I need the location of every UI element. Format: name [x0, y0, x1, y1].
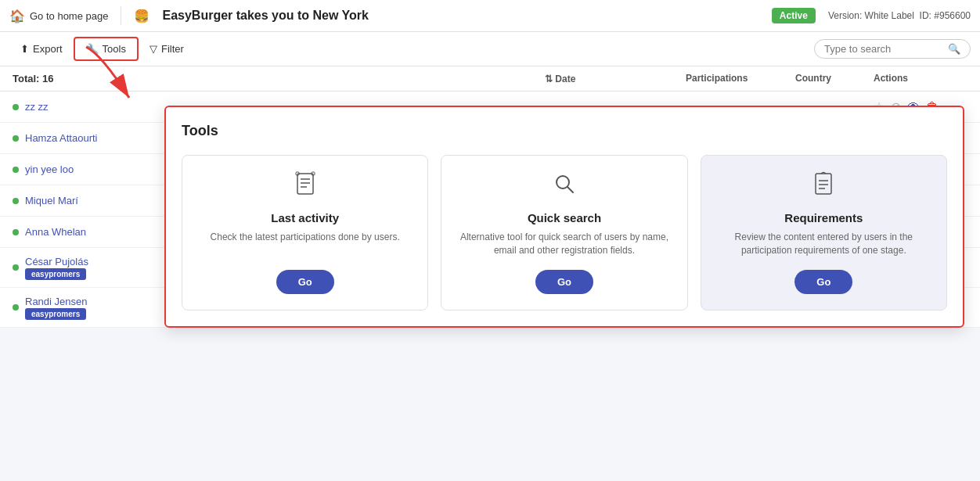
tools-modal: Tools Last activity Check the latest par…	[164, 106, 964, 328]
last-activity-go-button[interactable]: Go	[276, 270, 334, 294]
tag-easypromers: easypromers	[25, 268, 86, 280]
col-date: ⇅ Date	[545, 73, 686, 84]
status-dot	[13, 167, 19, 173]
toolbar: ⬆ Export 🔧 Tools ▽ Filter 🔍	[0, 32, 980, 66]
export-icon: ⬆	[20, 43, 29, 55]
requirements-desc: Review the content entered by users in t…	[714, 231, 934, 257]
home-icon: 🏠	[9, 9, 25, 23]
export-label: Export	[33, 43, 63, 55]
tag-easypromers: easypromers	[25, 308, 86, 320]
status-dot	[13, 104, 19, 110]
status-dot	[13, 264, 19, 271]
home-link[interactable]: 🏠 Go to home page	[9, 9, 108, 23]
requirements-icon	[811, 171, 836, 202]
last-activity-icon	[293, 171, 318, 202]
col-email	[247, 73, 545, 84]
quick-search-desc: Alternative tool for quick search of use…	[454, 231, 674, 257]
col-participations: Participations	[686, 73, 795, 84]
tool-card-last-activity: Last activity Check the latest participa…	[182, 155, 428, 310]
filter-icon: ▽	[150, 43, 157, 55]
status-dot	[13, 304, 19, 310]
user-name[interactable]: Hamza Attaourti	[25, 132, 98, 144]
vertical-divider	[121, 6, 121, 25]
quick-search-icon	[552, 171, 577, 202]
filter-button[interactable]: ▽ Filter	[139, 38, 195, 59]
col-country: Country	[795, 73, 874, 84]
quick-search-title: Quick search	[528, 211, 601, 224]
user-name[interactable]: yin yee loo	[25, 163, 74, 175]
campaign-title: EasyBurger takes you to New York	[162, 9, 758, 23]
user-name[interactable]: Anna Whelan	[25, 226, 86, 238]
tool-card-requirements: Requirements Review the content entered …	[701, 155, 947, 310]
user-name[interactable]: Miquel Marí	[25, 195, 78, 206]
requirements-go-button[interactable]: Go	[794, 270, 852, 294]
total-label: Total: 16	[13, 73, 247, 84]
status-dot	[13, 135, 19, 142]
svg-rect-1	[297, 174, 313, 194]
export-button[interactable]: ⬆ Export	[9, 38, 74, 59]
campaign-icon: 🍔	[134, 9, 150, 23]
user-name[interactable]: César Pujolás	[25, 256, 88, 267]
svg-rect-5	[296, 172, 299, 175]
last-activity-desc: Check the latest participations done by …	[211, 231, 400, 257]
filter-label: Filter	[161, 43, 184, 55]
search-input[interactable]	[824, 43, 943, 55]
svg-line-8	[567, 187, 573, 192]
user-name[interactable]: Randi Jensen	[25, 296, 88, 307]
tool-card-quick-search: Quick search Alternative tool for quick …	[441, 155, 687, 310]
tools-modal-title: Tools	[182, 123, 947, 139]
last-activity-title: Last activity	[271, 211, 339, 224]
tools-button[interactable]: 🔧 Tools	[74, 37, 139, 61]
requirements-title: Requirements	[784, 211, 863, 224]
tools-cards: Last activity Check the latest participa…	[182, 155, 947, 310]
tools-label: Tools	[103, 43, 126, 55]
quick-search-go-button[interactable]: Go	[535, 270, 593, 294]
svg-rect-9	[816, 174, 831, 194]
col-actions: Actions	[874, 73, 967, 84]
status-dot	[13, 198, 19, 204]
tools-icon: 🔧	[86, 43, 99, 55]
svg-rect-6	[312, 172, 315, 175]
top-bar: 🏠 Go to home page 🍔 EasyBurger takes you…	[0, 0, 980, 32]
table-header: Total: 16 ⇅ Date Participations Country …	[0, 66, 980, 92]
home-label: Go to home page	[30, 10, 108, 22]
status-badge: Active	[772, 8, 816, 23]
status-dot	[13, 229, 19, 235]
search-icon: 🔍	[948, 43, 960, 55]
version-info: Version: White Label ID: #956600	[828, 10, 971, 21]
search-box[interactable]: 🔍	[814, 39, 971, 59]
user-name[interactable]: zz zz	[25, 101, 49, 113]
